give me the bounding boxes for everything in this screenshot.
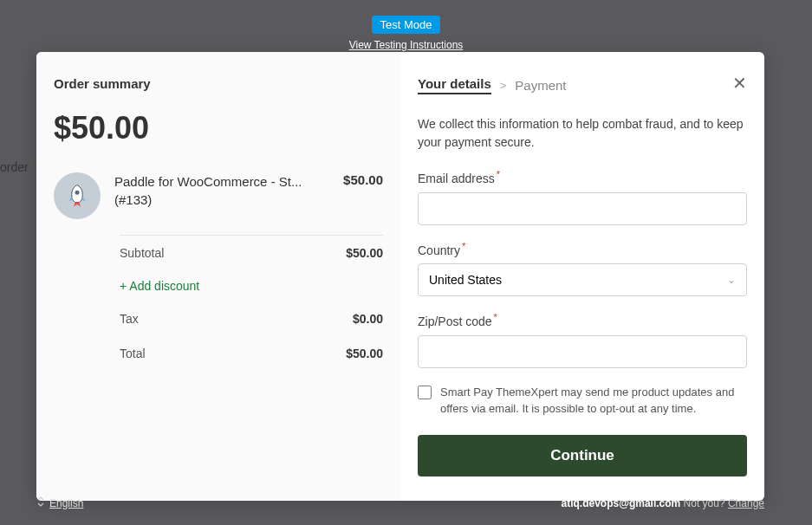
footer-user-info: atiq.devops@gmail.com Not you? Change [562, 497, 764, 509]
tax-value: $0.00 [353, 312, 383, 326]
product-price: $50.00 [343, 172, 383, 187]
footer-email: atiq.devops@gmail.com [562, 497, 681, 509]
breadcrumb-next: Payment [515, 78, 566, 93]
test-mode-badge: Test Mode [372, 16, 441, 34]
country-label-text: Country [418, 243, 460, 256]
zip-label-text: Zip/Post code [418, 314, 492, 328]
continue-button[interactable]: Continue [418, 435, 747, 476]
subtotal-value: $50.00 [346, 246, 383, 260]
order-summary-title: Order summary [54, 76, 400, 91]
subtotal-label: Subtotal [120, 246, 164, 260]
country-select[interactable]: United States ⌄ [418, 263, 747, 296]
product-icon [54, 172, 101, 219]
subtotal-row: Subtotal $50.00 [120, 236, 383, 270]
total-row: Total $50.00 [120, 336, 383, 371]
language-text: English [49, 497, 83, 509]
marketing-optin-row: Smart Pay ThemeXpert may send me product… [418, 384, 747, 418]
email-label-text: Email address [418, 172, 495, 185]
breadcrumb-current[interactable]: Your details [418, 76, 491, 94]
country-selected-value: United States [429, 273, 502, 287]
order-summary-panel: Order summary $50.00 Paddle for WooComme… [36, 52, 400, 501]
not-you-text: Not you? [680, 497, 728, 509]
close-icon: ✕ [732, 74, 747, 93]
testing-instructions-link[interactable]: View Testing Instructions [0, 39, 812, 51]
email-input[interactable] [418, 192, 747, 225]
marketing-checkbox[interactable] [418, 386, 432, 399]
language-selector[interactable]: English [36, 496, 83, 509]
info-text: We collect this information to help comb… [418, 115, 747, 152]
country-label: Country* [418, 241, 747, 257]
tax-row: Tax $0.00 [120, 301, 383, 336]
breadcrumb-separator: > [500, 79, 507, 92]
footer: English atiq.devops@gmail.com Not you? C… [36, 496, 764, 509]
tax-label: Tax [120, 312, 139, 326]
add-discount-link[interactable]: + Add discount [120, 270, 199, 301]
required-indicator: * [494, 312, 497, 322]
details-panel: ✕ Your details > Payment We collect this… [400, 52, 764, 501]
breadcrumb: Your details > Payment [418, 76, 747, 94]
zip-label: Zip/Post code* [418, 312, 747, 328]
change-user-link[interactable]: Change [728, 497, 764, 509]
close-button[interactable]: ✕ [732, 75, 747, 92]
chevron-down-icon: ⌄ [727, 274, 736, 286]
background-text: order [0, 160, 29, 174]
product-name: Paddle for WooCommerce - St... (#133) [114, 172, 343, 209]
total-value: $50.00 [346, 347, 383, 360]
rocket-icon [64, 183, 90, 209]
product-row: Paddle for WooCommerce - St... (#133) $5… [54, 172, 400, 219]
required-indicator: * [462, 241, 465, 251]
total-price-large: $50.00 [54, 110, 400, 146]
chevron-up-down-icon [36, 496, 45, 509]
email-label: Email address* [418, 169, 747, 185]
total-label: Total [120, 347, 146, 360]
checkout-modal: Order summary $50.00 Paddle for WooComme… [36, 52, 764, 501]
marketing-checkbox-label[interactable]: Smart Pay ThemeXpert may send me product… [440, 384, 747, 418]
required-indicator: * [497, 169, 500, 179]
zip-input[interactable] [418, 335, 747, 368]
svg-point-0 [75, 191, 80, 195]
